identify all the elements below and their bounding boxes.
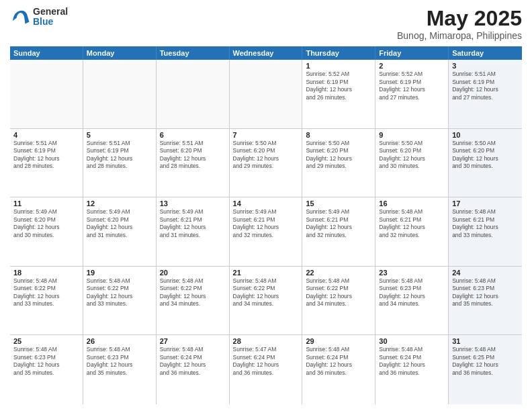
day-number: 14 bbox=[233, 199, 299, 208]
cell-text: Sunrise: 5:48 AM Sunset: 6:24 PM Dayligh… bbox=[306, 346, 371, 377]
calendar-cell: 10Sunrise: 5:50 AM Sunset: 6:20 PM Dayli… bbox=[449, 129, 522, 197]
cell-text: Sunrise: 5:48 AM Sunset: 6:23 PM Dayligh… bbox=[13, 346, 79, 377]
calendar-cell bbox=[230, 60, 303, 128]
calendar-cell: 9Sunrise: 5:50 AM Sunset: 6:20 PM Daylig… bbox=[375, 129, 449, 197]
calendar-cell: 25Sunrise: 5:48 AM Sunset: 6:23 PM Dayli… bbox=[10, 335, 83, 404]
cell-text: Sunrise: 5:50 AM Sunset: 6:20 PM Dayligh… bbox=[452, 140, 519, 171]
calendar-cell: 7Sunrise: 5:50 AM Sunset: 6:20 PM Daylig… bbox=[230, 129, 303, 197]
cell-text: Sunrise: 5:48 AM Sunset: 6:23 PM Dayligh… bbox=[379, 277, 445, 308]
calendar-cell: 15Sunrise: 5:49 AM Sunset: 6:21 PM Dayli… bbox=[302, 197, 375, 266]
logo-blue-text: Blue bbox=[33, 17, 68, 27]
calendar-header-day: Monday bbox=[83, 46, 157, 60]
day-number: 2 bbox=[379, 62, 445, 70]
logo-text: General Blue bbox=[33, 7, 68, 28]
calendar-cell: 27Sunrise: 5:48 AM Sunset: 6:24 PM Dayli… bbox=[157, 335, 230, 404]
day-number: 18 bbox=[13, 269, 79, 277]
cell-text: Sunrise: 5:50 AM Sunset: 6:20 PM Dayligh… bbox=[306, 140, 371, 171]
cell-text: Sunrise: 5:48 AM Sunset: 6:24 PM Dayligh… bbox=[160, 346, 226, 377]
day-number: 16 bbox=[379, 199, 445, 208]
calendar-cell: 24Sunrise: 5:48 AM Sunset: 6:23 PM Dayli… bbox=[449, 267, 522, 335]
cell-text: Sunrise: 5:47 AM Sunset: 6:24 PM Dayligh… bbox=[233, 346, 299, 377]
calendar-week: 4Sunrise: 5:51 AM Sunset: 6:19 PM Daylig… bbox=[10, 129, 522, 198]
calendar-header-day: Tuesday bbox=[157, 46, 230, 60]
calendar-cell: 31Sunrise: 5:48 AM Sunset: 6:25 PM Dayli… bbox=[449, 335, 522, 404]
calendar-header: SundayMondayTuesdayWednesdayThursdayFrid… bbox=[10, 46, 522, 60]
calendar-cell: 26Sunrise: 5:48 AM Sunset: 6:23 PM Dayli… bbox=[83, 335, 157, 404]
page: General Blue May 2025 Bunog, Mimaropa, P… bbox=[0, 0, 532, 411]
calendar-cell bbox=[83, 60, 157, 128]
day-number: 7 bbox=[233, 131, 299, 139]
cell-text: Sunrise: 5:49 AM Sunset: 6:21 PM Dayligh… bbox=[306, 208, 371, 239]
day-number: 3 bbox=[452, 62, 519, 70]
calendar-cell: 16Sunrise: 5:48 AM Sunset: 6:21 PM Dayli… bbox=[375, 197, 449, 266]
calendar-cell: 18Sunrise: 5:48 AM Sunset: 6:22 PM Dayli… bbox=[10, 267, 83, 335]
cell-text: Sunrise: 5:52 AM Sunset: 6:19 PM Dayligh… bbox=[379, 71, 445, 101]
cell-text: Sunrise: 5:48 AM Sunset: 6:23 PM Dayligh… bbox=[452, 277, 519, 308]
cell-text: Sunrise: 5:49 AM Sunset: 6:21 PM Dayligh… bbox=[160, 208, 226, 239]
calendar-body: 1Sunrise: 5:52 AM Sunset: 6:19 PM Daylig… bbox=[10, 60, 522, 404]
cell-text: Sunrise: 5:48 AM Sunset: 6:21 PM Dayligh… bbox=[452, 208, 519, 239]
cell-text: Sunrise: 5:48 AM Sunset: 6:22 PM Dayligh… bbox=[160, 277, 226, 308]
cell-text: Sunrise: 5:49 AM Sunset: 6:20 PM Dayligh… bbox=[13, 208, 79, 239]
day-number: 31 bbox=[452, 337, 519, 345]
cell-text: Sunrise: 5:48 AM Sunset: 6:25 PM Dayligh… bbox=[452, 346, 519, 377]
cell-text: Sunrise: 5:50 AM Sunset: 6:20 PM Dayligh… bbox=[379, 140, 445, 171]
cell-text: Sunrise: 5:48 AM Sunset: 6:23 PM Dayligh… bbox=[87, 346, 152, 377]
day-number: 30 bbox=[379, 337, 445, 345]
subtitle: Bunog, Mimaropa, Philippines bbox=[397, 30, 522, 41]
day-number: 10 bbox=[452, 131, 519, 139]
calendar-cell: 1Sunrise: 5:52 AM Sunset: 6:19 PM Daylig… bbox=[302, 60, 375, 128]
cell-text: Sunrise: 5:51 AM Sunset: 6:19 PM Dayligh… bbox=[87, 140, 152, 171]
day-number: 22 bbox=[306, 269, 371, 277]
calendar-header-day: Saturday bbox=[449, 46, 522, 60]
day-number: 25 bbox=[13, 337, 79, 345]
logo-icon bbox=[10, 7, 30, 27]
calendar-week: 1Sunrise: 5:52 AM Sunset: 6:19 PM Daylig… bbox=[10, 60, 522, 129]
day-number: 17 bbox=[452, 199, 519, 208]
calendar-cell: 20Sunrise: 5:48 AM Sunset: 6:22 PM Dayli… bbox=[157, 267, 230, 335]
cell-text: Sunrise: 5:51 AM Sunset: 6:19 PM Dayligh… bbox=[452, 71, 519, 101]
day-number: 27 bbox=[160, 337, 226, 345]
calendar-cell: 8Sunrise: 5:50 AM Sunset: 6:20 PM Daylig… bbox=[302, 129, 375, 197]
day-number: 4 bbox=[13, 131, 79, 139]
calendar-cell: 29Sunrise: 5:48 AM Sunset: 6:24 PM Dayli… bbox=[302, 335, 375, 404]
calendar-header-day: Thursday bbox=[302, 46, 375, 60]
calendar-cell: 4Sunrise: 5:51 AM Sunset: 6:19 PM Daylig… bbox=[10, 129, 83, 197]
cell-text: Sunrise: 5:48 AM Sunset: 6:22 PM Dayligh… bbox=[306, 277, 371, 308]
cell-text: Sunrise: 5:51 AM Sunset: 6:20 PM Dayligh… bbox=[160, 140, 226, 171]
calendar-cell bbox=[10, 60, 83, 128]
calendar-cell: 12Sunrise: 5:49 AM Sunset: 6:20 PM Dayli… bbox=[83, 197, 157, 266]
day-number: 19 bbox=[87, 269, 152, 277]
day-number: 24 bbox=[452, 269, 519, 277]
cell-text: Sunrise: 5:48 AM Sunset: 6:24 PM Dayligh… bbox=[379, 346, 445, 377]
calendar-cell bbox=[157, 60, 230, 128]
calendar-week: 25Sunrise: 5:48 AM Sunset: 6:23 PM Dayli… bbox=[10, 335, 522, 404]
day-number: 9 bbox=[379, 131, 445, 139]
cell-text: Sunrise: 5:49 AM Sunset: 6:20 PM Dayligh… bbox=[87, 208, 152, 239]
day-number: 15 bbox=[306, 199, 371, 208]
calendar-header-day: Friday bbox=[375, 46, 449, 60]
calendar-cell: 2Sunrise: 5:52 AM Sunset: 6:19 PM Daylig… bbox=[375, 60, 449, 128]
calendar-header-day: Wednesday bbox=[230, 46, 303, 60]
day-number: 6 bbox=[160, 131, 226, 139]
day-number: 26 bbox=[87, 337, 152, 345]
cell-text: Sunrise: 5:48 AM Sunset: 6:22 PM Dayligh… bbox=[13, 277, 79, 308]
calendar-cell: 17Sunrise: 5:48 AM Sunset: 6:21 PM Dayli… bbox=[449, 197, 522, 266]
calendar-cell: 22Sunrise: 5:48 AM Sunset: 6:22 PM Dayli… bbox=[302, 267, 375, 335]
day-number: 28 bbox=[233, 337, 299, 345]
calendar-cell: 3Sunrise: 5:51 AM Sunset: 6:19 PM Daylig… bbox=[449, 60, 522, 128]
header: General Blue May 2025 Bunog, Mimaropa, P… bbox=[10, 7, 522, 41]
day-number: 29 bbox=[306, 337, 371, 345]
calendar-week: 11Sunrise: 5:49 AM Sunset: 6:20 PM Dayli… bbox=[10, 197, 522, 267]
day-number: 8 bbox=[306, 131, 371, 139]
main-title: May 2025 bbox=[397, 7, 522, 30]
day-number: 13 bbox=[160, 199, 226, 208]
day-number: 12 bbox=[87, 199, 152, 208]
calendar-header-day: Sunday bbox=[10, 46, 83, 60]
title-section: May 2025 Bunog, Mimaropa, Philippines bbox=[397, 7, 522, 41]
calendar-cell: 21Sunrise: 5:48 AM Sunset: 6:22 PM Dayli… bbox=[230, 267, 303, 335]
logo-general-text: General bbox=[33, 7, 68, 17]
calendar: SundayMondayTuesdayWednesdayThursdayFrid… bbox=[10, 46, 522, 404]
day-number: 23 bbox=[379, 269, 445, 277]
day-number: 1 bbox=[306, 62, 371, 70]
